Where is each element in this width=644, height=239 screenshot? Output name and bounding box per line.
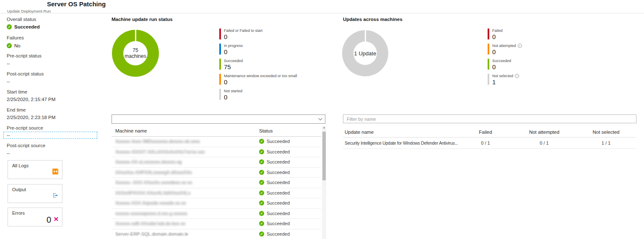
legend-value: 0 [492,48,522,55]
status-cell: ✓Succeeded [259,200,290,205]
scroll-up-icon[interactable]: ▲ [322,126,326,129]
machine-table-header: Machine name Status [112,126,321,137]
update-deployment-run-page: Server OS Patching Update Deployment Run… [0,0,644,239]
table-row[interactable]: Server-ERP-SQL.domain.domain.le ✓Succeed… [112,229,321,239]
table-row[interactable]: xxxxxx-xxxxxxpxxxx.d.xxx.g.xxxxxx ✓Succe… [112,209,321,219]
table-row[interactable]: Security Intelligence Update for Windows… [343,138,636,149]
machine-count: 75 [132,47,138,53]
table-row[interactable]: Xxxxxx--XXX-XXxxXx.xxxxdxxx-xx-xx ✓Succe… [112,178,321,188]
start-time-value: 2/25/2020, 2:15:47 PM [7,97,55,102]
legend-item-not-selected[interactable]: Not selectedi 1 [488,74,522,86]
legend-label: Failed or Failed to start [224,29,262,33]
updates-table-header: Update name Failed Not attempted Not sel… [343,127,636,138]
update-name: Security Intelligence Update for Windows… [343,140,458,145]
machine-chart-legend: Failed or Failed to start 0 In progress … [219,29,297,101]
update-filter-input[interactable] [343,114,636,123]
legend-item-maintenance-window[interactable]: Maintenance window exceeded or too small… [219,74,297,86]
errors-count: 0 [47,215,51,225]
status-cell: ✓Succeeded [259,159,290,164]
check-icon: ✓ [259,190,264,195]
errors-label: Errors [12,210,25,216]
table-row[interactable]: XXxxXxx-XXPXXLxxxxrgX.dXxxxXXx ✓Succeede… [112,168,321,178]
output-export-icon [52,192,59,200]
legend-value: 0 [224,94,242,101]
info-icon[interactable]: i [515,74,519,78]
output-tile[interactable]: Output [8,184,62,203]
updates-section: Updates across machines 1 Update Failed … [343,13,636,239]
overall-status-label: Overall status [7,17,36,22]
legend-color-bar [219,74,221,85]
failures-value: ✓ No [7,43,21,48]
status-label: Succeeded [267,180,290,185]
check-icon: ✓ [259,149,264,154]
legend-item-not-started[interactable]: Not started 0 [219,89,297,101]
pre-script-source-value[interactable]: -- [3,132,97,139]
column-header-failed: Failed [458,130,513,135]
legend-color-bar [488,74,489,85]
legend-item-succeeded[interactable]: Succeeded 0 [488,59,522,70]
pre-script-status-value: -- [7,61,10,66]
error-x-icon: ✕ [53,216,59,223]
check-icon: ✓ [259,170,264,175]
update-count: 1 Update [354,50,377,57]
machine-status-section: Machine update run status 75 machines Fa… [112,13,326,239]
post-script-status-label: Post-script status [7,71,44,76]
status-label: Succeeded [267,139,290,144]
all-logs-tile[interactable]: All Logs [8,160,62,179]
table-row[interactable]: XXXxXPXVXX.XXxxXLXdXXxxXXLx ✓Succeeded [112,188,321,199]
legend-label: Not started [224,89,242,93]
legend-color-bar [219,44,221,55]
overall-status-value: ✓ Succeeded [7,24,40,29]
status-cell: ✓Succeeded [259,170,290,175]
table-row[interactable]: Xxxxxx-Xxxx IWDxxxxxxx.dxxxxx.xb.xxxx ✓S… [112,137,321,147]
column-header-update-name: Update name [343,130,458,135]
output-label: Output [12,187,26,192]
legend-item-in-progress[interactable]: In progress 0 [219,44,297,55]
scrollbar-thumb[interactable] [322,132,326,180]
machine-table-scrollbar[interactable]: ▲ [322,126,326,239]
legend-item-not-attempted[interactable]: Not attemptedi 0 [488,44,522,55]
chevron-down-icon [318,116,322,120]
donut-notch [365,30,366,42]
machine-name-redacted: xxxxxx-xxxxxxpxxxx.d.xxx.g.xxxxxx [115,211,187,216]
machine-name-redacted: Xxxxxx-Xxxx IWDxxxxxxx.dxxxxx.xb.xxxx [115,139,200,144]
end-time-value: 2/25/2020, 2:23:18 PM [7,115,55,120]
legend-value: 0 [492,63,511,70]
machine-filter-dropdown[interactable] [112,114,325,124]
table-row[interactable]: Xxxxxx-XX-xLxxxxxxx.dxxxxx.xg ✓Succeeded [112,157,321,168]
status-cell: ✓Succeeded [259,180,290,185]
donut-notch [135,30,136,42]
status-cell: ✓Succeeded [259,211,290,216]
table-row[interactable]: Xxxxxx-XXXX7.XXLxXXXxXxXXx7xx'xx.xxx ✓Su… [112,147,321,158]
legend-color-bar [488,44,489,55]
legend-label: Not attemptedi [492,44,522,48]
pre-script-source-label: Pre-script source [7,125,43,130]
errors-tile[interactable]: Errors 0 ✕ [8,208,62,226]
check-icon: ✓ [7,43,12,48]
not-selected-cell: 1 / 1 [576,140,636,145]
machine-status-donut: 75 machines [112,30,159,77]
legend-item-failed[interactable]: Failed or Failed to start 0 [219,29,297,40]
status-label: Succeeded [267,159,290,164]
machine-count-unit: machines [125,53,146,59]
status-label: Succeeded [267,170,290,175]
machine-name-redacted: XXxxXxx-XXPXXLxxxxrgX.dXxxxXXx [115,170,192,175]
legend-value: 0 [224,33,262,40]
legend-label: Failed [492,29,503,33]
post-script-source-value: -- [7,151,10,156]
status-label: Succeeded [267,200,290,205]
legend-color-bar [219,29,221,39]
table-row[interactable]: Xxxxxx-XXX-Xxjxxdx-xxxxdx-xx-xx ✓Succeed… [112,198,321,209]
status-cell: ✓Succeeded [259,221,290,226]
info-icon[interactable]: i [518,44,522,48]
check-icon: ✓ [7,24,12,29]
check-icon: ✓ [259,221,264,226]
legend-label: In progress [224,44,243,48]
legend-item-failed[interactable]: Failed 0 [488,29,522,40]
updates-chart-legend: Failed 0 Not attemptedi 0 Succeeded 0 [488,29,522,86]
legend-item-succeeded[interactable]: Succeeded 75 [219,59,297,70]
table-row[interactable]: Xxxxxx-xxB-XXxxbx'xxb.dx-bxx-xx ✓Succeed… [112,219,321,229]
status-cell: ✓Succeeded [259,149,290,154]
summary-sidebar: Overall status ✓ Succeeded Failures ✓ No… [0,13,106,239]
machine-chart-title: Machine update run status [112,17,173,22]
